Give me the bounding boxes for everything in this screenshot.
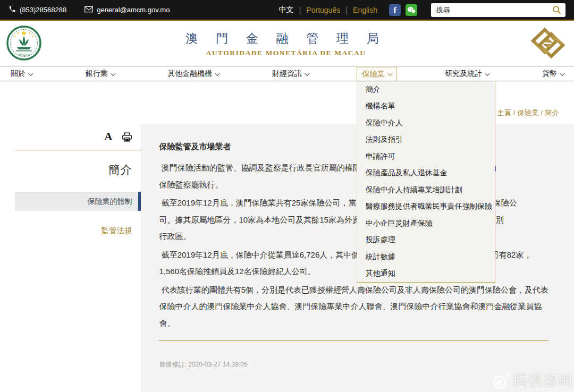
wechat-icon[interactable] (406, 4, 417, 16)
search-input[interactable] (436, 6, 552, 14)
svg-text:MACAU: MACAU (18, 53, 30, 56)
site-title-zh: 澳 門 金 融 管 理 局 (41, 30, 530, 47)
menu-item-complaints[interactable]: 投訴處理 (357, 232, 495, 249)
site-title: 澳 門 金 融 管 理 局 AUTORIDADE MONETÁRIA DE MA… (41, 30, 530, 57)
nav-item-banking[interactable]: 銀行業 (80, 67, 120, 81)
chevron-down-icon (111, 71, 116, 76)
nav-item-financial-info[interactable]: 財經資訊 (267, 67, 314, 81)
nav-item-currency[interactable]: 貨幣 (537, 67, 569, 81)
main-nav: 關於 銀行業 其他金融機構 財經資訊 保險業 簡介 機構名單 保險中介人 法則及… (0, 67, 574, 81)
menu-item-intro[interactable]: 簡介 (357, 81, 495, 98)
language-switcher: 中文 | Português | English (278, 5, 377, 15)
sidebar-item-insurance-system[interactable]: 保險業的體制 (15, 192, 141, 211)
menu-item-insurance-intermediaries[interactable]: 保險中介人 (357, 115, 495, 132)
insurance-dropdown-menu: 簡介 機構名單 保險中介人 法則及指引 申請許可 保險產品及私人退休基金 保險中… (357, 81, 495, 283)
nav-item-other-financial[interactable]: 其他金融機構 (162, 67, 224, 81)
macau-government-emblem: MACAU (6, 25, 41, 63)
amcm-logo (530, 27, 565, 61)
nav-item-insurance[interactable]: 保險業 簡介 機構名單 保險中介人 法則及指引 申請許可 保險產品及私人退休基金… (357, 67, 397, 81)
font-size-tool[interactable]: A (104, 130, 112, 143)
print-icon[interactable] (122, 132, 132, 142)
facebook-icon[interactable]: f (389, 4, 401, 16)
watermark: 腾祺咨询 (492, 371, 573, 390)
lang-en[interactable]: English (353, 6, 377, 14)
nav-item-research-stats[interactable]: 研究及統計 (440, 67, 494, 81)
last-modified: 最後修訂: 2020-03-27 14:39:05 (159, 360, 548, 369)
lang-pt[interactable]: Português (306, 6, 340, 14)
paragraph: 代表該行業的團體共有5個，分別是代表已獲授權經營人壽保險公司及非人壽保險公司的澳… (159, 282, 548, 332)
menu-item-statistics[interactable]: 統計數據 (357, 249, 495, 266)
chevron-down-icon (560, 71, 565, 76)
chevron-down-icon (28, 71, 33, 76)
sidebar-divider (15, 150, 141, 150)
menu-item-application[interactable]: 申請許可 (357, 148, 495, 165)
contact-info: (853)28568288 general@amcm.gov.mo (9, 5, 183, 14)
social-links: f (389, 4, 417, 16)
email-address[interactable]: general@amcm.gov.mo (97, 6, 170, 14)
site-header: MACAU 澳 門 金 融 管 理 局 AUTORIDADE MONETÁRIA… (0, 21, 574, 67)
divider: | (299, 5, 301, 14)
phone-number: (853)28568288 (20, 6, 66, 14)
top-bar: (853)28568288 general@amcm.gov.mo 中文 | P… (0, 0, 574, 21)
search-icon[interactable] (552, 5, 561, 14)
menu-item-products-pension[interactable]: 保險產品及私人退休基金 (357, 165, 495, 182)
sidebar-item-regulations[interactable]: 監管法規 (0, 226, 141, 236)
menu-item-rules-guidelines[interactable]: 法則及指引 (357, 132, 495, 149)
content-divider (159, 340, 548, 341)
menu-item-medical-liability[interactable]: 醫療服務提供者職業民事責任強制保險 (357, 199, 495, 216)
page-tools: A (0, 130, 141, 143)
menu-item-other-notices[interactable]: 其他通知 (357, 266, 495, 283)
sidebar: A 簡介 保險業的體制 監管法規 (0, 124, 141, 392)
chevron-down-icon (387, 71, 393, 76)
phone-icon (9, 5, 16, 14)
menu-item-cpd-programme[interactable]: 保險中介人持續專業培訓計劃 (357, 182, 495, 199)
sidebar-section-title: 簡介 (0, 162, 141, 178)
nav-item-about[interactable]: 關於 (5, 67, 37, 81)
weibo-icon (492, 371, 512, 389)
chevron-down-icon (305, 71, 310, 76)
email-icon (85, 6, 93, 14)
menu-item-sme-catastrophe[interactable]: 中小企巨災財產保險 (357, 215, 495, 232)
breadcrumb[interactable]: 主頁 / 保險業 / 簡介 (497, 109, 559, 117)
divider: | (345, 5, 348, 14)
search-box (431, 3, 565, 17)
watermark-text: 腾祺咨询 (513, 371, 573, 390)
menu-item-institution-list[interactable]: 機構名單 (357, 98, 495, 115)
chevron-down-icon (485, 71, 490, 76)
site-title-pt: AUTORIDADE MONETÁRIA DE MACAU (41, 49, 530, 57)
lang-zh[interactable]: 中文 (278, 5, 293, 15)
chevron-down-icon (215, 71, 220, 76)
